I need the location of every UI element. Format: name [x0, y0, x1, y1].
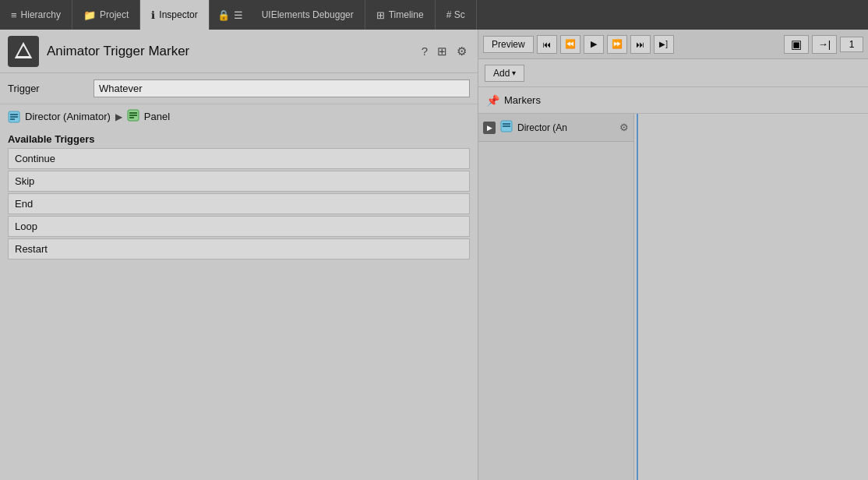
trigger-item-continue[interactable]: Continue	[8, 148, 470, 169]
preview-button[interactable]: Preview	[483, 36, 534, 53]
trigger-item-end[interactable]: End	[8, 193, 470, 214]
tab-inspector[interactable]: ℹ Inspector	[140, 0, 209, 30]
playhead-marker	[637, 114, 638, 480]
unity-icon	[8, 36, 39, 67]
tab-hierarchy[interactable]: ≡ Hierarchy	[0, 0, 72, 30]
trigger-item-skip[interactable]: Skip	[8, 171, 470, 192]
inspector-settings-button[interactable]: ⚙	[453, 43, 470, 60]
trigger-row: Trigger	[0, 73, 478, 104]
svg-rect-8	[129, 115, 137, 116]
skip-to-start-button[interactable]: ⏮	[537, 35, 557, 54]
triggers-list: Continue Skip End Loop Restart	[0, 148, 478, 259]
play-range-button[interactable]: ▶]	[654, 35, 674, 54]
next-frame-button[interactable]: ⏩	[607, 35, 627, 54]
director-icon	[8, 111, 20, 123]
director-track-icon	[500, 120, 513, 135]
inspector-layout-button[interactable]: ⊞	[434, 43, 450, 60]
menu-icon[interactable]: ☰	[234, 9, 243, 21]
breadcrumb-arrow: ▶	[115, 111, 122, 122]
svg-rect-3	[10, 114, 18, 115]
track-settings-icon[interactable]: ⚙	[619, 122, 629, 133]
director-track-row: ▶ Director (An ⚙	[478, 114, 633, 142]
lock-icon[interactable]: 🔒	[217, 9, 230, 21]
inspector-toolbar: ? ⊞ ⚙	[418, 43, 470, 60]
markers-label: Markers	[504, 94, 541, 106]
inspector-icon: ℹ	[151, 9, 155, 21]
svg-rect-7	[129, 112, 137, 114]
svg-rect-9	[129, 117, 134, 118]
hierarchy-icon: ≡	[11, 9, 17, 21]
timeline-add-row: Add ▾	[478, 59, 868, 87]
inspector-help-button[interactable]: ?	[418, 43, 431, 59]
svg-rect-11	[503, 123, 510, 125]
markers-row: 📌 Markers	[478, 87, 868, 114]
timeline-content: ▶ Director (An ⚙	[478, 114, 868, 480]
fit-view-button[interactable]: ▣	[784, 35, 809, 54]
trigger-item-loop[interactable]: Loop	[8, 216, 470, 237]
tab-project[interactable]: 📁 Project	[72, 0, 140, 30]
play-button[interactable]: ▶	[584, 35, 604, 54]
tab-sc[interactable]: # Sc	[436, 0, 477, 30]
main-area: Animator Trigger Marker ? ⊞ ⚙ Trigger	[0, 30, 868, 480]
add-button[interactable]: Add ▾	[485, 65, 524, 82]
lock-area: 🔒 ☰	[210, 0, 251, 30]
timeline-toolbar: Preview ⏮ ⏪ ▶ ⏩ ⏭ ▶] ▣ →|	[478, 30, 868, 59]
inspector-component-title: Animator Trigger Marker	[47, 44, 411, 59]
director-label: Director (Animator)	[25, 111, 111, 122]
svg-rect-5	[10, 118, 15, 120]
inspector-header: Animator Trigger Marker ? ⊞ ⚙	[0, 30, 478, 73]
timeline-panel: Preview ⏮ ⏪ ▶ ⏩ ⏭ ▶] ▣ →| Add ▾ 📌 Marker…	[478, 30, 868, 480]
timeline-ruler-area	[634, 114, 868, 480]
trigger-input[interactable]	[94, 79, 470, 97]
tab-uidebugger[interactable]: UIElements Debugger	[251, 0, 365, 30]
project-icon: 📁	[83, 9, 96, 21]
markers-pin-icon: 📌	[486, 94, 499, 107]
inspector-panel: Animator Trigger Marker ? ⊞ ⚙ Trigger	[0, 30, 478, 480]
prev-frame-button[interactable]: ⏪	[560, 35, 580, 54]
unity-logo-svg	[12, 40, 35, 63]
panel-icon	[127, 109, 139, 124]
add-chevron-icon: ▾	[512, 69, 516, 77]
director-row: Director (Animator) ▶ Panel	[0, 104, 478, 129]
lock-view-button[interactable]: →|	[812, 35, 837, 54]
tab-timeline[interactable]: ⊞ Timeline	[365, 0, 436, 30]
available-triggers-header: Available Triggers	[0, 129, 478, 148]
zoom-input[interactable]	[840, 37, 863, 52]
director-track-label: Director (An	[517, 122, 567, 133]
svg-rect-12	[503, 125, 510, 127]
svg-rect-4	[10, 116, 18, 118]
trigger-label: Trigger	[8, 83, 86, 94]
track-play-button[interactable]: ▶	[483, 122, 496, 134]
timeline-tracks: ▶ Director (An ⚙	[478, 114, 634, 480]
skip-to-end-button[interactable]: ⏭	[630, 35, 651, 54]
tab-bar: ≡ Hierarchy 📁 Project ℹ Inspector 🔒 ☰ UI…	[0, 0, 868, 30]
timeline-icon: ⊞	[376, 9, 385, 21]
trigger-item-restart[interactable]: Restart	[8, 238, 470, 259]
panel-label: Panel	[144, 111, 170, 122]
